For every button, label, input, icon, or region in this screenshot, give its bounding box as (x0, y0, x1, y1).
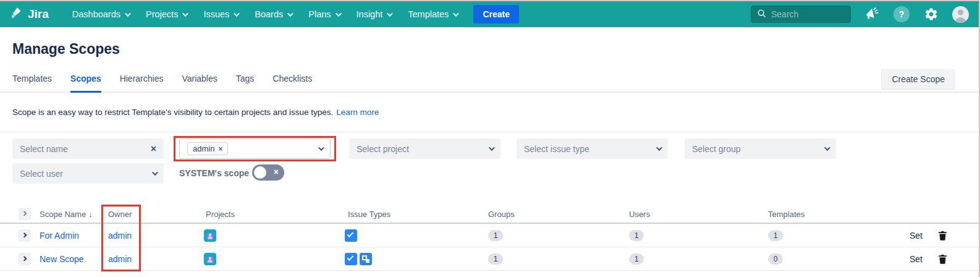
remove-tag-icon[interactable]: × (218, 145, 222, 153)
users-count-badge: 1 (629, 254, 644, 265)
chevron-right-icon (22, 211, 27, 216)
owner-filter-tag: admin × (187, 142, 228, 155)
owner-link[interactable]: admin (108, 231, 132, 241)
table-header-row: Scope Name↓ Owner Projects Issue Types G… (0, 205, 979, 224)
users-count-badge: 1 (629, 230, 644, 241)
brand-name: Jira (28, 7, 49, 21)
chevron-down-icon (152, 169, 158, 176)
tab-variables[interactable]: Variables (182, 74, 217, 93)
chevron-down-icon (387, 11, 393, 17)
issue-type-task-icon (345, 253, 357, 265)
global-search[interactable] (751, 6, 851, 23)
navbar-right: ? (751, 6, 969, 23)
groups-count-badge: 1 (488, 254, 503, 265)
user-avatar[interactable] (952, 6, 969, 23)
chevron-down-icon (489, 145, 495, 151)
set-link[interactable]: Set (910, 231, 923, 241)
select-name-filter[interactable]: × (12, 138, 164, 159)
system-scope-label: SYSTEM's scope (179, 168, 249, 178)
settings-gear-icon[interactable] (923, 6, 940, 23)
issue-type-subtask-icon (360, 253, 372, 265)
menu-plans[interactable]: Plans (308, 9, 339, 19)
jira-mark-icon (10, 6, 23, 23)
create-scope-button[interactable]: Create Scope (881, 69, 955, 89)
delete-trash-icon[interactable] (937, 254, 948, 265)
row-expand-button[interactable] (19, 253, 31, 265)
set-link[interactable]: Set (910, 254, 923, 264)
scopes-table: Scope Name↓ Owner Projects Issue Types G… (0, 205, 979, 271)
chevron-right-icon (22, 256, 27, 261)
row-expand-button[interactable] (19, 229, 31, 242)
table-row: For Admin admin 1 1 1 Set (0, 224, 979, 247)
select-project-filter[interactable]: Select project (349, 138, 501, 159)
chevron-down-icon (336, 11, 342, 17)
clear-name-icon[interactable]: × (151, 143, 156, 155)
menu-dashboards[interactable]: Dashboards (72, 9, 129, 19)
chevron-down-icon (287, 11, 294, 17)
delete-trash-icon[interactable] (937, 230, 948, 241)
scope-description: Scope is an easy way to restrict Templat… (12, 108, 333, 117)
menu-boards[interactable]: Boards (255, 9, 292, 19)
templates-count-badge: 1 (768, 230, 783, 241)
header-projects: Projects (206, 210, 348, 219)
tab-checklists[interactable]: Checklists (272, 74, 312, 93)
header-owner: Owner (108, 210, 206, 219)
menu-projects[interactable]: Projects (146, 9, 187, 19)
tab-templates[interactable]: Templates (12, 74, 52, 93)
system-scope-toggle[interactable]: × (252, 164, 284, 181)
chevron-right-icon (22, 232, 27, 237)
templates-count-badge: 0 (768, 254, 783, 265)
menu-insight[interactable]: Insight (357, 9, 392, 19)
toggle-off-icon: × (274, 167, 279, 177)
owner-link[interactable]: admin (108, 254, 132, 264)
scope-name-link[interactable]: For Admin (40, 231, 79, 241)
chevron-down-icon (125, 11, 131, 17)
page-title: Manage Scopes (12, 27, 966, 58)
chevron-down-icon (182, 11, 188, 17)
sort-descending-icon: ↓ (88, 210, 93, 219)
groups-count-badge: 1 (488, 230, 503, 241)
chevron-down-icon (824, 145, 830, 151)
chevron-down-icon (656, 145, 662, 151)
select-issue-type-filter[interactable]: Select issue type (517, 138, 668, 159)
owner-filter-select[interactable]: admin × (179, 138, 331, 159)
header-scope-name[interactable]: Scope Name↓ (40, 210, 108, 219)
tab-scopes[interactable]: Scopes (70, 74, 101, 93)
select-group-filter[interactable]: Select group (685, 138, 836, 159)
search-icon (757, 9, 766, 20)
jira-logo[interactable]: Jira (10, 6, 49, 23)
header-issue-types: Issue Types (348, 210, 488, 219)
main-menu: Dashboards Projects Issues Boards Plans … (72, 9, 458, 19)
announcements-megaphone-icon[interactable] (863, 6, 881, 23)
tab-list: Templates Scopes Hierarchies Variables T… (12, 74, 312, 93)
top-navbar: Jira Dashboards Projects Issues Boards P… (0, 1, 979, 27)
project-avatar-icon (204, 253, 216, 265)
project-avatar-icon (204, 229, 216, 242)
header-groups: Groups (488, 210, 629, 219)
tab-hierarchies[interactable]: Hierarchies (120, 74, 164, 93)
table-row: New Scope admin 1 1 0 Set (0, 247, 979, 271)
header-users: Users (629, 210, 768, 219)
create-button[interactable]: Create (473, 5, 519, 23)
chevron-down-icon (318, 145, 324, 151)
chevron-down-icon (453, 11, 459, 17)
learn-more-link[interactable]: Learn more (336, 108, 379, 117)
issue-type-task-icon (345, 229, 357, 242)
filters-section: × admin × Select project Select issue ty… (0, 132, 979, 187)
help-icon[interactable]: ? (893, 6, 910, 23)
description-bar: Scope is an easy way to restrict Templat… (0, 93, 979, 132)
tab-tags[interactable]: Tags (236, 74, 255, 93)
chevron-down-icon (234, 11, 240, 17)
toggle-knob (254, 166, 266, 179)
header-templates: Templates (768, 210, 907, 219)
tabs-bar: Templates Scopes Hierarchies Variables T… (0, 61, 979, 93)
page-header: Manage Scopes (0, 27, 979, 61)
search-input[interactable] (771, 9, 839, 19)
menu-templates[interactable]: Templates (408, 9, 457, 19)
select-user-filter[interactable]: Select user (12, 163, 164, 184)
scope-name-link[interactable]: New Scope (40, 254, 84, 264)
menu-issues[interactable]: Issues (203, 9, 238, 19)
select-name-input[interactable] (20, 144, 131, 154)
expand-all-button[interactable] (19, 208, 31, 220)
